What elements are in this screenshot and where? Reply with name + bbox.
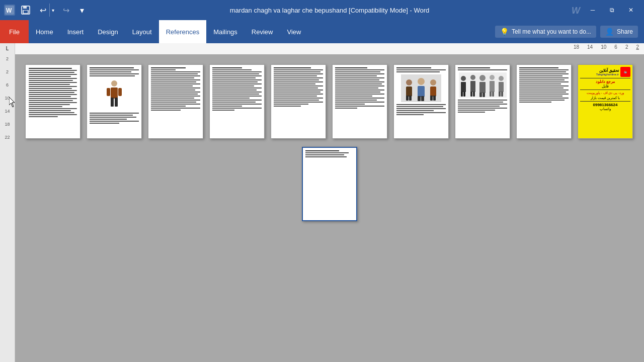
horizontal-ruler: 18 14 10 6 2 2	[15, 43, 644, 54]
svg-rect-34	[479, 82, 486, 93]
title-bar: W ↩ ▾ ↪ ▾ mardan chagh va laghar che bep…	[0, 0, 644, 20]
document-title: mardan chagh va laghar che bepushand [Co…	[89, 7, 571, 14]
svg-rect-9	[111, 98, 114, 107]
page-7[interactable]	[393, 64, 449, 139]
svg-rect-22	[430, 86, 436, 97]
tab-insert[interactable]: Insert	[60, 20, 91, 43]
svg-rect-43	[499, 92, 501, 97]
page-3-content	[148, 65, 203, 114]
page-7-content	[394, 65, 448, 119]
tab-file[interactable]: File	[0, 20, 29, 43]
person-standing-image	[90, 79, 139, 110]
minimize-button[interactable]: ─	[584, 0, 602, 20]
maximize-button[interactable]: ⧉	[603, 0, 621, 20]
svg-rect-14	[406, 86, 412, 97]
pages-row-1: 📚 تحقیق آنلاین Tahghighonline.ir مرجع دا…	[25, 64, 634, 139]
svg-rect-44	[501, 92, 503, 97]
redo-button[interactable]: ↪	[59, 4, 72, 17]
svg-rect-15	[406, 96, 409, 101]
window-controls: W ─ ⧉ ✕	[571, 0, 640, 20]
svg-rect-19	[418, 96, 421, 101]
ad-text1: مرجع دانلود	[580, 79, 630, 84]
ad-phone: 09981366624	[580, 103, 630, 107]
svg-rect-3	[23, 6, 27, 9]
svg-point-7	[111, 80, 117, 86]
svg-point-41	[499, 76, 504, 81]
svg-rect-10	[115, 98, 118, 107]
svg-rect-32	[473, 92, 475, 97]
svg-rect-5	[24, 11, 28, 13]
ribbon-tabs: File Home Insert Design Layout Reference…	[0, 20, 308, 43]
svg-rect-20	[421, 96, 424, 101]
page-4[interactable]	[209, 64, 265, 139]
svg-point-25	[461, 76, 466, 81]
page-9-content	[517, 65, 571, 106]
svg-rect-11	[107, 88, 110, 96]
svg-rect-12	[118, 88, 122, 96]
word-watermark: W	[571, 4, 583, 16]
close-button[interactable]: ✕	[622, 0, 640, 20]
share-button[interactable]: 👤 Share	[600, 26, 638, 38]
svg-point-29	[470, 75, 475, 80]
main-area: 2 2 6 10 14 18 22	[0, 54, 644, 362]
content-area[interactable]: 📚 تحقیق آنلاین Tahghighonline.ir مرجع دا…	[15, 54, 644, 362]
page-6-content	[333, 65, 387, 112]
ad-text4: با کمترین قیمت بازار	[580, 96, 630, 100]
page-5[interactable]	[271, 64, 326, 139]
page-6[interactable]	[332, 64, 387, 139]
tab-view[interactable]: View	[280, 20, 308, 43]
svg-point-33	[479, 75, 486, 81]
ruler-area: L 18 14 10 6 2 2	[0, 43, 644, 54]
ad-subtitle: Tahghighonline.ir	[596, 73, 619, 76]
tab-home[interactable]: Home	[29, 20, 60, 43]
svg-rect-40	[492, 92, 494, 97]
ruler-numbers: 18 14 10 6 2 2	[574, 44, 639, 50]
svg-point-21	[430, 79, 436, 85]
page-11-last[interactable]	[302, 147, 357, 221]
svg-rect-18	[418, 86, 425, 97]
page-1[interactable]	[25, 64, 80, 139]
undo-group: ↩ ▾	[36, 4, 56, 17]
svg-rect-24	[433, 96, 436, 101]
page-5-content	[271, 65, 326, 110]
ribbon: File Home Insert Design Layout Reference…	[0, 20, 644, 43]
page-3[interactable]	[148, 64, 203, 139]
svg-point-17	[418, 78, 425, 85]
ribbon-right: 💡 Tell me what you want to do... 👤 Share	[495, 20, 644, 43]
tab-layout[interactable]: Layout	[125, 20, 159, 43]
svg-rect-23	[430, 96, 433, 101]
svg-rect-38	[490, 81, 495, 92]
svg-rect-42	[499, 82, 504, 92]
svg-rect-36	[482, 93, 485, 97]
tab-design[interactable]: Design	[91, 20, 125, 43]
group-3-image	[401, 74, 441, 102]
v-ruler-numbers: 2 2 6 10 14 18 22	[5, 56, 10, 140]
svg-rect-26	[461, 82, 466, 92]
page-8[interactable]	[455, 64, 510, 139]
word-icon[interactable]: W	[4, 5, 15, 16]
page-8-content	[455, 65, 510, 116]
svg-rect-16	[409, 96, 412, 101]
tell-me-input[interactable]: 💡 Tell me what you want to do...	[495, 26, 596, 38]
ad-contact: واتساپ	[580, 107, 630, 111]
save-button[interactable]	[18, 3, 33, 18]
pages-row-2	[25, 147, 634, 221]
tab-references[interactable]: References	[159, 20, 206, 43]
group-5-image	[459, 72, 507, 98]
page-2[interactable]	[87, 64, 142, 139]
undo-button[interactable]: ↩	[36, 4, 49, 17]
svg-point-13	[406, 79, 412, 85]
customize-button[interactable]: ▾	[75, 4, 89, 17]
svg-text:W: W	[572, 6, 581, 16]
page-1-content	[26, 65, 80, 121]
ad-text3: ورد- پی دی اف - پاورپوینت	[580, 91, 630, 95]
tab-review[interactable]: Review	[245, 20, 280, 43]
page-9[interactable]	[516, 64, 572, 139]
page-10-ad[interactable]: 📚 تحقیق آنلاین Tahghighonline.ir مرجع دا…	[578, 64, 633, 139]
tab-mailings[interactable]: Mailings	[206, 20, 245, 43]
ruler-corner[interactable]: L	[0, 43, 15, 54]
svg-point-37	[490, 75, 495, 80]
undo-dropdown[interactable]: ▾	[49, 4, 56, 17]
svg-text:W: W	[6, 7, 12, 14]
title-bar-left: W ↩ ▾ ↪ ▾	[4, 3, 89, 18]
